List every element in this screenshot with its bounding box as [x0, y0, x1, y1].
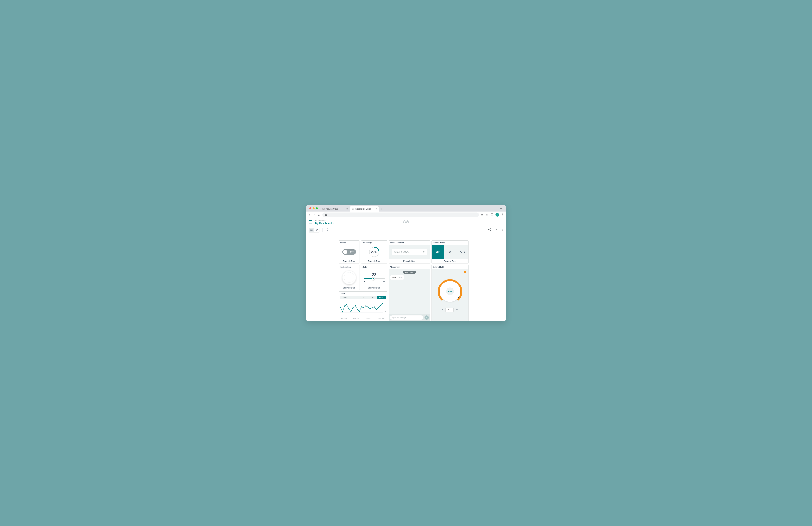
close-tab-icon[interactable]: × [376, 208, 377, 210]
widget-footer: Example Data [339, 286, 360, 290]
percentage-value: 22% [368, 246, 380, 258]
push-button-inner [344, 272, 354, 283]
profile-avatar[interactable]: S [495, 213, 499, 217]
close-tab-icon[interactable]: × [346, 208, 348, 210]
close-window-button[interactable] [309, 207, 311, 209]
app-header: Dashboard My Dashboard ▼ [306, 218, 506, 226]
selector-option-on[interactable]: ON [444, 245, 456, 259]
switch-toggle[interactable]: OFF [342, 249, 356, 255]
download-button[interactable] [495, 228, 498, 232]
download-icon [495, 228, 498, 231]
messenger-body: Mon 23 Oct Hello! 16:00 [389, 269, 430, 314]
svg-point-12 [311, 230, 312, 230]
mobile-layout-button[interactable] [325, 228, 329, 232]
slider-widget: Slider 23 0 50 Example Data [361, 265, 387, 290]
messenger-input[interactable]: Type a message [390, 316, 423, 320]
reload-button[interactable] [318, 214, 320, 216]
browser-menu-icon[interactable] [501, 213, 504, 216]
value-dropdown-widget: Value Dropdown Select a value... ▼ Examp… [389, 240, 430, 263]
browser-tab-1[interactable]: ◯ Arduino IoT Cloud × [350, 206, 379, 211]
svg-marker-1 [486, 213, 488, 216]
svg-point-49 [374, 306, 375, 307]
globe-icon: ◯ [322, 208, 325, 210]
tab-title: Arduino Cloud [326, 208, 345, 210]
forward-button[interactable] [313, 214, 316, 216]
widget-footer: Example Data [361, 286, 387, 290]
widget-footer: Example Data [361, 259, 387, 263]
chart-line [340, 302, 382, 314]
send-message-button[interactable] [424, 316, 429, 320]
slider-knob[interactable] [372, 277, 375, 280]
value-selector-widget: Value Selector OFF ON AUTO Example Data [432, 240, 468, 263]
svg-point-52 [380, 305, 381, 306]
chart-plot-area: 1 0 [339, 299, 387, 317]
brightness-max-icon [456, 308, 458, 311]
svg-point-15 [490, 229, 491, 229]
caret-down-icon: ▼ [333, 222, 335, 224]
light-power-button[interactable]: ON [446, 288, 454, 295]
svg-point-47 [369, 308, 371, 309]
range-1h[interactable]: 1 H [367, 296, 377, 299]
sidebar-toggle-button[interactable] [309, 220, 312, 224]
brightness-input[interactable] [446, 308, 453, 312]
view-edit-toggle [309, 228, 319, 233]
range-1d[interactable]: 1 D [359, 296, 367, 299]
slider-max: 50 [383, 280, 385, 282]
chart-range-selector: 15 D 7 D 1 D 1 H LIVE [340, 296, 386, 299]
light-dial[interactable]: ON ◀ [437, 278, 463, 305]
svg-point-34 [342, 311, 343, 312]
widget-footer: Example Data [389, 259, 430, 263]
svg-point-38 [350, 311, 351, 312]
message-text: Hello! [392, 276, 397, 279]
dashboard-title-dropdown[interactable]: My Dashboard ▼ [315, 222, 335, 224]
new-tab-button[interactable]: + [379, 207, 383, 211]
widget-title: Value Selector [432, 240, 468, 245]
caret-down-icon: ▼ [423, 251, 425, 253]
widget-title: Slider [361, 265, 387, 269]
dropdown-placeholder: Select a value... [394, 251, 410, 253]
svg-point-22 [456, 309, 457, 310]
share-browser-icon[interactable] [481, 213, 483, 216]
info-button[interactable]: i [502, 228, 503, 232]
mobile-icon [326, 229, 329, 231]
widget-title: Messenger [389, 265, 430, 269]
chart-x-tick: 15:57:15 [353, 318, 359, 320]
widget-footer: Example Data [432, 259, 468, 263]
switch-knob [343, 250, 347, 254]
edit-mode-button[interactable] [314, 228, 319, 232]
push-button[interactable] [342, 271, 356, 284]
percentage-gauge: 22% [368, 246, 380, 258]
selector-option-off[interactable]: OFF [432, 245, 444, 259]
selector-option-auto[interactable]: AUTO [456, 245, 468, 259]
svg-point-50 [376, 309, 377, 310]
widget-title: Switch [339, 240, 360, 245]
slider-track[interactable] [364, 278, 385, 279]
svg-point-4 [503, 214, 503, 214]
back-button[interactable] [308, 214, 311, 216]
chart-y-tick: 1 [385, 302, 386, 304]
widget-title: Value Dropdown [389, 240, 430, 245]
share-button[interactable] [488, 228, 491, 232]
browser-tab-0[interactable]: ◯ Arduino Cloud × [320, 206, 350, 211]
chart-x-tick: 15:57:10 [340, 318, 347, 320]
svg-point-5 [503, 214, 503, 215]
value-dropdown[interactable]: Select a value... ▼ [392, 249, 427, 255]
view-mode-button[interactable] [309, 228, 314, 232]
svg-point-6 [503, 215, 503, 215]
range-15d[interactable]: 15 D [340, 296, 349, 299]
lock-icon [325, 214, 327, 216]
svg-point-43 [361, 306, 362, 307]
bookmark-icon[interactable] [486, 213, 488, 216]
range-live[interactable]: LIVE [377, 296, 386, 299]
dial-pointer-icon: ◀ [458, 296, 459, 298]
range-7d[interactable]: 7 D [349, 296, 358, 299]
tab-title: Arduino IoT Cloud [355, 208, 374, 210]
sidepanel-icon[interactable] [491, 213, 493, 216]
minimize-window-button[interactable] [313, 207, 315, 209]
svg-point-35 [344, 305, 345, 306]
svg-point-46 [367, 306, 368, 307]
globe-icon: ◯ [352, 208, 354, 210]
maximize-window-button[interactable] [316, 207, 318, 209]
tabs-overflow-button[interactable] [498, 206, 504, 211]
address-bar[interactable] [322, 213, 479, 217]
